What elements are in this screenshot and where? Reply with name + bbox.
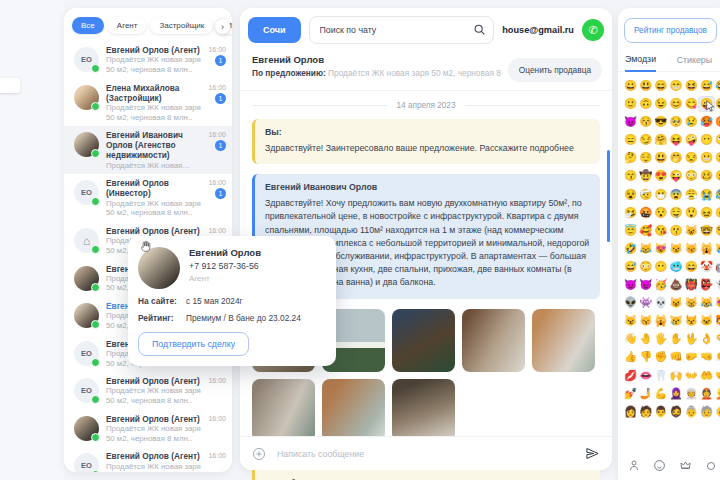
emoji-cell[interactable]: 💩 [669,278,684,292]
emoji-cell[interactable]: 😢 [684,115,699,129]
emoji-cell[interactable]: 😍 [653,169,668,183]
chat-list-item[interactable]: ЕОЕвгений Орлов (Агент)Продаётся ЖК нова… [64,372,232,410]
emoji-cell[interactable]: 😦 [714,169,720,183]
emoji-cell[interactable]: 🤚 [638,332,653,346]
emoji-cell[interactable]: 👽 [623,296,638,310]
emoji-cell[interactable]: 😼 [669,242,684,256]
emoji-cell[interactable]: 😈 [623,115,638,129]
filter-tab[interactable]: Застройщик [150,17,213,34]
emoji-cell[interactable]: 😶 [653,260,668,274]
emoji-cell[interactable]: 😅 [623,260,638,274]
emoji-category-smiley-icon[interactable] [653,459,666,472]
emoji-cell[interactable]: 😬 [699,151,714,165]
emoji-cell[interactable]: 💀 [653,296,668,310]
emoji-cell[interactable]: 😹 [699,296,714,310]
emoji-cell[interactable]: 😳 [684,169,699,183]
emoji-cell[interactable]: 😤 [684,188,699,202]
emoji-cell[interactable]: 😵 [623,188,638,202]
chat-scrollbar-thumb[interactable] [607,150,610,242]
emoji-cell[interactable]: 😜 [669,169,684,183]
emoji-cell[interactable]: 😭 [699,188,714,202]
emoji-cell[interactable]: 🧓 [699,405,714,419]
chat-list-item[interactable]: ЕОЕвгений Орлов (Инвестор)Продаётся ЖК н… [64,174,232,222]
emoji-cell[interactable]: 👎 [638,350,653,364]
emoji-cell[interactable]: 😼 [623,314,638,328]
emoji-cell[interactable]: 😻 [714,296,720,310]
emoji-cell[interactable]: 👨 [653,405,668,419]
emoji-cell[interactable]: 🙃 [638,97,653,111]
emoji-cell[interactable]: 👌 [699,332,714,346]
emoji-cell[interactable]: 😆 [684,79,699,93]
emoji-cell[interactable]: 😰 [714,188,720,202]
emoji-cell[interactable]: 🙂 [623,97,638,111]
emoji-cell[interactable]: 🙀 [653,314,668,328]
emoji-cell[interactable]: 🤪 [684,133,699,147]
emoji-cell[interactable]: ✋ [669,332,684,346]
emoji-cell[interactable]: 😳 [638,260,653,274]
emoji-cell[interactable]: 🥺 [669,115,684,129]
emoji-cell[interactable]: 😿 [714,242,720,256]
emoji-cell[interactable]: 😺 [669,296,684,310]
emoji-cell[interactable]: 🤏 [714,332,720,346]
emoji-cell[interactable]: 👺 [699,278,714,292]
listing-photo-living-room-leather-sofa[interactable] [532,309,595,372]
city-button[interactable]: Сочи [248,17,301,43]
message-input[interactable] [275,448,576,460]
emoji-cell[interactable]: 😉 [653,97,668,111]
emoji-cell[interactable]: 😄 [684,260,699,274]
emoji-cell[interactable]: 😚 [638,115,653,129]
emoji-cell[interactable]: 🤜 [699,350,714,364]
emoji-cell[interactable]: 👐 [684,369,699,383]
emoji-cell[interactable]: 🤓 [699,224,714,238]
emoji-cell[interactable]: 🐯 [714,314,720,328]
emoji-cell[interactable]: 💪 [653,387,668,401]
emoji-cell[interactable]: 😾 [684,314,699,328]
emoji-cell[interactable]: 😑 [623,133,638,147]
confirm-deal-button[interactable]: Подтвердить сделку [138,332,249,356]
listing-photo-living-room-2[interactable] [252,379,315,442]
emoji-cell[interactable]: 🤖 [714,260,720,274]
emoji-cell[interactable]: 💋 [623,369,638,383]
emoji-cell[interactable]: 😗 [669,224,684,238]
listing-photo-modern-house-dusk[interactable] [392,309,455,372]
emoji-cell[interactable]: 🤳 [638,387,653,401]
emoji-cell[interactable]: 😽 [638,314,653,328]
emoji-cell[interactable]: 😃 [653,151,668,165]
listing-photo-living-room-3[interactable] [322,379,385,442]
emoji-cell[interactable]: 😘 [653,224,668,238]
whatsapp-icon[interactable]: ✆ [582,19,604,41]
emoji-cell[interactable]: 😊 [669,97,684,111]
emoji-cell[interactable]: 😸 [684,296,699,310]
send-icon[interactable] [585,446,600,461]
filter-tab[interactable]: Агент [108,17,147,34]
emoji-cell[interactable]: 😻 [653,242,668,256]
emoji-cell[interactable]: 👹 [684,278,699,292]
emoji-cell[interactable]: 😮 [714,151,720,165]
chevron-right-icon[interactable]: › [215,19,230,34]
emoji-cell[interactable]: 🤠 [638,169,653,183]
attach-icon[interactable] [252,447,266,461]
emoji-cell[interactable]: 😿 [669,314,684,328]
chat-list-item[interactable]: Евгений Орлов (Агент)Продаётся ЖК новая … [64,410,232,448]
emoji-cell[interactable]: 👱 [714,387,720,401]
emoji-cell[interactable]: 😇 [623,224,638,238]
emoji-cell[interactable]: 😷 [653,188,668,202]
emoji-cell[interactable]: 😜 [714,97,720,111]
emoji-cell[interactable]: 😖 [699,206,714,220]
emoji-cell[interactable]: 😺 [684,224,699,238]
emoji-cell[interactable]: 🧕 [669,387,684,401]
emoji-cell[interactable]: 🐱 [699,314,714,328]
emoji-cell[interactable]: 🤝 [714,369,720,383]
emoji-cell[interactable]: 🧐 [714,224,720,238]
emoji-cell[interactable]: 😨 [669,188,684,202]
emoji-cell[interactable]: 👄 [638,369,653,383]
emoji-cell[interactable]: 👋 [623,332,638,346]
emoji-cell[interactable]: 😠 [714,206,720,220]
emoji-cell[interactable]: 😅 [699,79,714,93]
emoji-cell[interactable]: 🥴 [699,169,714,183]
emoji-cell[interactable]: 😛 [699,97,714,111]
emoji-cell[interactable]: 🤛 [684,350,699,364]
emoji-cell[interactable]: 🙀 [699,242,714,256]
emoji-cell[interactable]: ✊ [653,350,668,364]
emoji-cell[interactable]: 🥳 [653,278,668,292]
